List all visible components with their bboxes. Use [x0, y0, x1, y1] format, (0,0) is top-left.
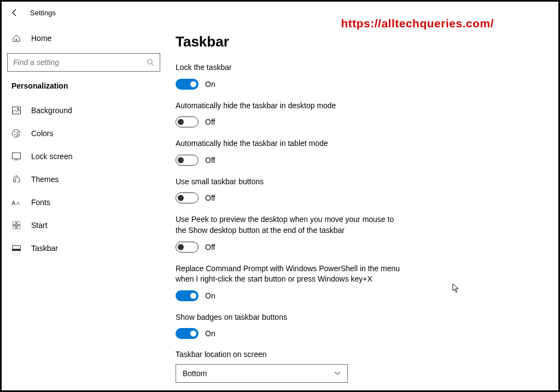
- search-icon: [147, 58, 154, 66]
- svg-rect-12: [17, 221, 20, 225]
- home-icon: [11, 33, 21, 43]
- toggle-value: Off: [205, 118, 215, 126]
- image-icon: [11, 106, 21, 115]
- setting-label: Automatically hide the taskbar in deskto…: [176, 101, 405, 112]
- sidebar-item-label: Background: [31, 106, 72, 115]
- window-title: Settings: [30, 9, 56, 17]
- sidebar-section-title: Personalization: [7, 81, 160, 99]
- sidebar-item-themes[interactable]: Themes: [7, 168, 160, 191]
- svg-rect-16: [13, 249, 21, 251]
- svg-point-3: [18, 108, 19, 110]
- chevron-down-icon: [334, 371, 341, 376]
- sidebar-item-colors[interactable]: Colors: [7, 122, 160, 145]
- search-input[interactable]: [13, 58, 139, 67]
- toggle-value: On: [205, 80, 215, 89]
- toggle-value: Off: [205, 156, 215, 165]
- home-nav[interactable]: Home: [7, 28, 160, 49]
- svg-point-6: [16, 135, 18, 136]
- select-taskbar-location[interactable]: Bottom: [176, 364, 348, 383]
- toggle-lock-taskbar[interactable]: [176, 79, 199, 90]
- select-label: Taskbar location on screen: [176, 350, 547, 359]
- start-icon: [11, 220, 21, 230]
- sidebar-item-background[interactable]: Background: [7, 99, 160, 122]
- svg-line-1: [151, 63, 154, 66]
- sidebar-item-fonts[interactable]: AA Fonts: [7, 191, 160, 214]
- sidebar-item-label: Fonts: [31, 198, 50, 207]
- setting-label: Use small taskbar buttons: [176, 177, 405, 188]
- toggle-peek-preview[interactable]: [176, 242, 199, 253]
- cursor-icon: [452, 283, 460, 293]
- svg-rect-13: [13, 226, 16, 229]
- svg-rect-8: [15, 160, 18, 160]
- page-title: Taskbar: [176, 33, 547, 50]
- taskbar-icon: [11, 243, 21, 253]
- sidebar: Home Personalization Background Colors L…: [2, 28, 166, 260]
- toggle-value: On: [205, 291, 215, 300]
- svg-rect-7: [13, 153, 21, 159]
- sidebar-item-label: Lock screen: [31, 152, 72, 161]
- home-label: Home: [31, 34, 51, 43]
- toggle-autohide-tablet[interactable]: [176, 155, 199, 166]
- setting-label: Use Peek to preview the desktop when you…: [176, 214, 405, 236]
- svg-point-5: [14, 134, 15, 135]
- lockscreen-icon: [11, 151, 21, 161]
- toggle-value: Off: [205, 194, 215, 202]
- svg-point-0: [148, 60, 152, 64]
- toggle-value: On: [205, 329, 215, 338]
- setting-label: Replace Command Prompt with Windows Powe…: [176, 264, 405, 285]
- sidebar-item-label: Colors: [31, 129, 53, 138]
- svg-rect-11: [13, 221, 16, 225]
- sidebar-item-label: Themes: [31, 175, 59, 184]
- toggle-value: Off: [205, 243, 215, 251]
- sidebar-item-taskbar[interactable]: Taskbar: [7, 237, 160, 260]
- svg-rect-14: [17, 226, 20, 229]
- content-area: Taskbar Lock the taskbar On Automaticall…: [176, 28, 558, 390]
- setting-label: Show badges on taskbar buttons: [176, 312, 405, 323]
- svg-text:A: A: [16, 201, 20, 206]
- sidebar-item-start[interactable]: Start: [7, 214, 160, 237]
- svg-point-4: [14, 131, 15, 132]
- sidebar-item-lockscreen[interactable]: Lock screen: [7, 145, 160, 168]
- toggle-small-buttons[interactable]: [176, 192, 199, 203]
- sidebar-item-label: Taskbar: [31, 244, 58, 253]
- back-button[interactable]: [9, 7, 20, 18]
- setting-label: Lock the taskbar: [176, 62, 405, 73]
- svg-text:A: A: [11, 200, 16, 206]
- sidebar-item-label: Start: [31, 221, 48, 230]
- toggle-badges[interactable]: [176, 328, 199, 339]
- themes-icon: [11, 174, 21, 184]
- toggle-powershell[interactable]: [176, 290, 199, 301]
- fonts-icon: AA: [11, 197, 21, 207]
- select-value: Bottom: [183, 369, 207, 378]
- search-input-wrapper[interactable]: [7, 53, 160, 72]
- palette-icon: [11, 128, 21, 138]
- toggle-autohide-desktop[interactable]: [176, 116, 199, 127]
- setting-label: Automatically hide the taskbar in tablet…: [176, 138, 405, 149]
